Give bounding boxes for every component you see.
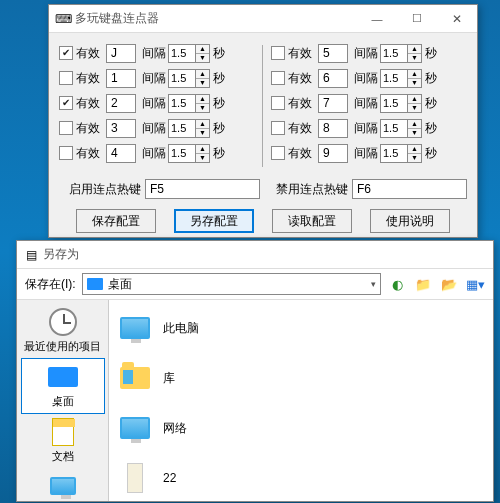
interval-label: 间隔 xyxy=(354,145,378,162)
lookin-combo[interactable]: 桌面 ▾ xyxy=(82,273,381,295)
interval-value[interactable]: 1.5 xyxy=(380,144,408,163)
key-input[interactable] xyxy=(106,69,136,88)
enable-checkbox[interactable] xyxy=(271,146,285,160)
save-config-button[interactable]: 保存配置 xyxy=(76,209,156,233)
start-hotkey-label: 启用连点热键 xyxy=(69,181,141,198)
spin-down-icon[interactable]: ▼ xyxy=(196,104,209,112)
interval-value[interactable]: 1.5 xyxy=(168,94,196,113)
list-item[interactable]: 此电脑 xyxy=(115,306,487,350)
network-icon xyxy=(120,417,150,439)
enable-checkbox[interactable] xyxy=(59,146,73,160)
spin-up-icon[interactable]: ▲ xyxy=(408,70,421,79)
new-folder-button[interactable]: 📂 xyxy=(439,274,459,294)
seconds-label: 秒 xyxy=(425,95,437,112)
spin-down-icon[interactable]: ▼ xyxy=(196,54,209,62)
spin-down-icon[interactable]: ▼ xyxy=(196,129,209,137)
interval-spinner[interactable]: 1.5▲▼ xyxy=(168,69,210,88)
key-input[interactable] xyxy=(318,94,348,113)
list-item[interactable]: 22 xyxy=(115,456,487,500)
spin-up-icon[interactable]: ▲ xyxy=(408,120,421,129)
back-button[interactable]: ◐ xyxy=(387,274,407,294)
enable-label: 有效 xyxy=(288,95,312,112)
save-titlebar[interactable]: ▤ 另存为 xyxy=(17,241,493,269)
list-item[interactable]: 网络 xyxy=(115,406,487,450)
seconds-label: 秒 xyxy=(425,120,437,137)
key-column-left: 有效间隔1.5▲▼秒有效间隔1.5▲▼秒有效间隔1.5▲▼秒有效间隔1.5▲▼秒… xyxy=(59,41,254,171)
file-name: 网络 xyxy=(163,420,187,437)
spin-up-icon[interactable]: ▲ xyxy=(408,95,421,104)
spin-up-icon[interactable]: ▲ xyxy=(196,70,209,79)
spin-down-icon[interactable]: ▼ xyxy=(408,79,421,87)
view-menu-button[interactable]: ▦▾ xyxy=(465,274,485,294)
key-input[interactable] xyxy=(318,144,348,163)
maximize-button[interactable] xyxy=(397,5,437,33)
interval-spinner[interactable]: 1.5▲▼ xyxy=(168,44,210,63)
interval-spinner[interactable]: 1.5▲▼ xyxy=(168,94,210,113)
up-button[interactable]: 📁 xyxy=(413,274,433,294)
interval-value[interactable]: 1.5 xyxy=(380,69,408,88)
key-row: 有效间隔1.5▲▼秒 xyxy=(59,116,254,140)
enable-checkbox[interactable] xyxy=(271,71,285,85)
enable-checkbox[interactable] xyxy=(271,96,285,110)
key-input[interactable] xyxy=(318,119,348,138)
enable-checkbox[interactable] xyxy=(59,71,73,85)
load-config-button[interactable]: 读取配置 xyxy=(272,209,352,233)
enable-label: 有效 xyxy=(76,120,100,137)
interval-spinner[interactable]: 1.5▲▼ xyxy=(380,94,422,113)
interval-spinner[interactable]: 1.5▲▼ xyxy=(380,44,422,63)
enable-checkbox[interactable] xyxy=(271,121,285,135)
list-item[interactable]: 库 xyxy=(115,356,487,400)
start-hotkey-input[interactable] xyxy=(145,179,260,199)
enable-checkbox[interactable] xyxy=(59,46,73,60)
interval-value[interactable]: 1.5 xyxy=(168,44,196,63)
place-desktop[interactable]: 桌面 xyxy=(21,358,105,414)
interval-spinner[interactable]: 1.5▲▼ xyxy=(168,144,210,163)
key-input[interactable] xyxy=(318,69,348,88)
enable-checkbox[interactable] xyxy=(59,96,73,110)
spin-down-icon[interactable]: ▼ xyxy=(196,154,209,162)
minimize-button[interactable] xyxy=(357,5,397,33)
seconds-label: 秒 xyxy=(213,120,225,137)
interval-spinner[interactable]: 1.5▲▼ xyxy=(380,144,422,163)
titlebar[interactable]: ⌨ 多玩键盘连点器 xyxy=(49,5,477,33)
spin-up-icon[interactable]: ▲ xyxy=(196,45,209,54)
key-input[interactable] xyxy=(106,119,136,138)
spin-down-icon[interactable]: ▼ xyxy=(408,129,421,137)
spin-down-icon[interactable]: ▼ xyxy=(196,79,209,87)
interval-value[interactable]: 1.5 xyxy=(380,44,408,63)
file-list[interactable]: 此电脑 库 网络 22 xyxy=(109,300,493,501)
key-input[interactable] xyxy=(106,44,136,63)
spin-up-icon[interactable]: ▲ xyxy=(408,45,421,54)
spin-up-icon[interactable]: ▲ xyxy=(196,95,209,104)
interval-spinner[interactable]: 1.5▲▼ xyxy=(168,119,210,138)
spin-down-icon[interactable]: ▼ xyxy=(408,54,421,62)
key-row: 有效间隔1.5▲▼秒 xyxy=(271,116,466,140)
enable-label: 有效 xyxy=(76,45,100,62)
interval-value[interactable]: 1.5 xyxy=(168,119,196,138)
interval-value[interactable]: 1.5 xyxy=(168,144,196,163)
interval-spinner[interactable]: 1.5▲▼ xyxy=(380,119,422,138)
saveas-config-button[interactable]: 另存配置 xyxy=(174,209,254,233)
help-button[interactable]: 使用说明 xyxy=(370,209,450,233)
interval-value[interactable]: 1.5 xyxy=(168,69,196,88)
spin-up-icon[interactable]: ▲ xyxy=(196,145,209,154)
place-recent[interactable]: 最近使用的项目 xyxy=(21,304,105,358)
key-input[interactable] xyxy=(318,44,348,63)
interval-value[interactable]: 1.5 xyxy=(380,119,408,138)
close-button[interactable] xyxy=(437,5,477,33)
enable-checkbox[interactable] xyxy=(271,46,285,60)
spin-down-icon[interactable]: ▼ xyxy=(408,104,421,112)
seconds-label: 秒 xyxy=(425,145,437,162)
spin-up-icon[interactable]: ▲ xyxy=(196,120,209,129)
enable-checkbox[interactable] xyxy=(59,121,73,135)
place-thispc[interactable]: 此电脑 xyxy=(21,468,105,501)
place-documents[interactable]: 文档 xyxy=(21,414,105,468)
stop-hotkey-input[interactable] xyxy=(352,179,467,199)
spin-down-icon[interactable]: ▼ xyxy=(408,154,421,162)
lookin-label: 保存在(I): xyxy=(25,276,76,293)
interval-spinner[interactable]: 1.5▲▼ xyxy=(380,69,422,88)
spin-up-icon[interactable]: ▲ xyxy=(408,145,421,154)
key-input[interactable] xyxy=(106,144,136,163)
interval-value[interactable]: 1.5 xyxy=(380,94,408,113)
key-input[interactable] xyxy=(106,94,136,113)
